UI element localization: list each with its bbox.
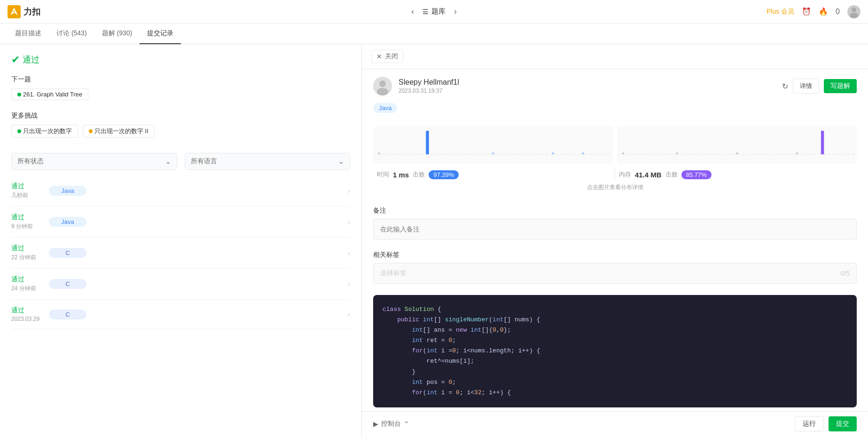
sub-status-4: 通过 24 分钟前 xyxy=(11,275,49,293)
nav-menu-icon: ☰ xyxy=(422,8,429,16)
submission-list: 通过 几秒前 Java › 通过 9 分钟前 Java › 通过 22 分钟前 xyxy=(0,175,361,329)
svg-point-10 xyxy=(552,152,554,154)
challenge-tag-2[interactable]: 只出现一次的数字 II xyxy=(83,125,155,138)
chevron-down-icon: ⌄ xyxy=(165,158,171,165)
table-row[interactable]: 通过 22 分钟前 C › xyxy=(11,238,350,269)
table-row[interactable]: 通过 24 分钟前 C › xyxy=(11,269,350,300)
username: Sleepy Hellmanf1l xyxy=(399,78,459,87)
check-icon: ✔ xyxy=(11,54,20,66)
svg-point-16 xyxy=(735,152,738,154)
lang-filter-text: 所有语言 xyxy=(191,157,217,166)
console-label: 控制台 xyxy=(381,420,401,428)
lang-badge-5: C xyxy=(49,310,86,319)
memory-chart[interactable] xyxy=(617,126,857,164)
more-challenges-label: 更多挑战 xyxy=(11,111,350,120)
chevron-right-icon-4: › xyxy=(348,280,350,288)
svg-point-17 xyxy=(796,152,798,154)
left-panel: ✔ 通过 下一题 261. Graph Valid Tree 更多挑战 只出现一… xyxy=(0,44,362,438)
time-beat-label: 击败 xyxy=(413,170,425,179)
challenge-1-text: 只出现一次的数字 xyxy=(23,127,72,135)
header-actions: ↻ 详情 写题解 xyxy=(782,79,857,94)
status-pass-text-1: 通过 xyxy=(11,182,49,191)
filter-row: 所有状态 ⌄ 所有语言 ⌄ xyxy=(0,147,361,175)
fire-count: 0 xyxy=(836,8,840,16)
avatar xyxy=(373,77,392,96)
pass-badge: ✔ 通过 xyxy=(11,54,350,66)
lang-tag-container: Java xyxy=(362,103,868,119)
time-chart[interactable] xyxy=(373,126,613,164)
tab-discussion[interactable]: 讨论 (543) xyxy=(49,24,94,44)
svg-point-4 xyxy=(379,80,386,87)
sub-time-4: 24 分钟前 xyxy=(11,285,49,293)
tab-description[interactable]: 题目描述 xyxy=(8,24,49,44)
table-row[interactable]: 通过 2023.03.29 C › xyxy=(11,300,350,329)
chart-note: 点击图片查看分布详情 xyxy=(373,183,857,191)
tab-submissions[interactable]: 提交记录 xyxy=(140,24,181,44)
sub-status-1: 通过 几秒前 xyxy=(11,182,49,199)
perf-section[interactable]: 时间 1 ms 击败 97.39% 内存 41.4 MB 击败 85.77% 点… xyxy=(373,119,857,199)
dot-icon xyxy=(17,93,21,96)
challenge-tag-1[interactable]: 只出现一次的数字 xyxy=(11,125,78,138)
chevron-right-icon-5: › xyxy=(348,311,350,318)
next-problem-text: 261. Graph Valid Tree xyxy=(23,91,82,98)
console-toggle[interactable]: ▶ 控制台 ⌃ xyxy=(373,420,409,428)
code-section: class Solution { public int[] singleNumb… xyxy=(373,295,857,407)
pass-section: ✔ 通过 xyxy=(0,44,361,72)
user-info: Sleepy Hellmanf1l 2023.03.31 19:37 xyxy=(399,78,459,94)
logo[interactable]: 力扣 xyxy=(8,5,40,18)
svg-point-5 xyxy=(377,88,388,96)
write-solution-button[interactable]: 写题解 xyxy=(824,79,857,93)
status-pass-text-5: 通过 xyxy=(11,306,49,315)
detail-button[interactable]: 详情 xyxy=(793,79,819,94)
console-actions: 运行 提交 xyxy=(795,416,857,431)
submit-button[interactable]: 提交 xyxy=(829,416,857,431)
nav-title-text: 题库 xyxy=(431,7,446,16)
svg-rect-0 xyxy=(8,5,21,18)
svg-point-8 xyxy=(378,152,380,154)
time-beat-value: 97.39% xyxy=(429,170,459,179)
table-row[interactable]: 通过 9 分钟前 Java › xyxy=(11,207,350,238)
nav-forward-button[interactable]: › xyxy=(450,5,461,18)
solution-header: Sleepy Hellmanf1l 2023.03.31 19:37 ↻ 详情 … xyxy=(362,69,868,103)
tags-placeholder-text: 选择标签 xyxy=(380,269,407,278)
nav-back-button[interactable]: ‹ xyxy=(407,5,418,18)
lang-badge-1: Java xyxy=(49,186,86,196)
lang-filter[interactable]: 所有语言 ⌄ xyxy=(185,153,351,170)
lang-badge-3: C xyxy=(49,248,86,258)
svg-point-1 xyxy=(852,8,856,12)
time-stat: 时间 1 ms 击败 97.39% xyxy=(373,170,615,179)
sub-time-3: 22 分钟前 xyxy=(11,254,49,262)
tags-select[interactable]: 选择标签 0/5 xyxy=(373,263,857,284)
memory-beat-value: 85.77% xyxy=(681,170,712,179)
chevron-right-icon-1: › xyxy=(348,187,350,195)
chevron-right-icon-3: › xyxy=(348,249,350,257)
table-row[interactable]: 通过 几秒前 Java › xyxy=(11,175,350,207)
tab-solution[interactable]: 题解 (930) xyxy=(94,24,140,44)
svg-point-2 xyxy=(850,13,858,18)
tab-submissions-label: 提交记录 xyxy=(147,29,173,38)
notes-label: 备注 xyxy=(373,207,857,215)
pass-status-text: 通过 xyxy=(23,54,39,65)
status-filter-text: 所有状态 xyxy=(17,157,44,166)
x-icon: ✕ xyxy=(376,53,382,60)
refresh-button[interactable]: ↻ xyxy=(782,82,788,91)
run-button[interactable]: 运行 xyxy=(795,416,824,431)
logo-text: 力扣 xyxy=(23,6,40,17)
next-section: 下一题 261. Graph Valid Tree xyxy=(0,72,361,108)
next-problem-link[interactable]: 261. Graph Valid Tree xyxy=(11,88,88,100)
chevron-right-icon-2: › xyxy=(348,218,350,226)
status-pass-text-3: 通过 xyxy=(11,244,49,253)
notes-section: 备注 xyxy=(362,199,868,247)
nav-center: ‹ ☰ 题库 › xyxy=(407,5,461,18)
avatar[interactable] xyxy=(847,5,860,18)
alarm-icon[interactable]: ⏰ xyxy=(802,7,811,16)
status-filter[interactable]: 所有状态 ⌄ xyxy=(11,153,177,170)
memory-value: 41.4 MB xyxy=(635,171,662,179)
tags-count: 0/5 xyxy=(841,270,850,277)
avatar-icon xyxy=(847,5,860,18)
close-label: 关闭 xyxy=(385,52,398,61)
notes-input[interactable] xyxy=(373,219,857,239)
plus-member-button[interactable]: Plus 会员 xyxy=(766,8,794,16)
close-button[interactable]: ✕ 关闭 xyxy=(371,50,403,63)
sub-status-2: 通过 9 分钟前 xyxy=(11,213,49,231)
